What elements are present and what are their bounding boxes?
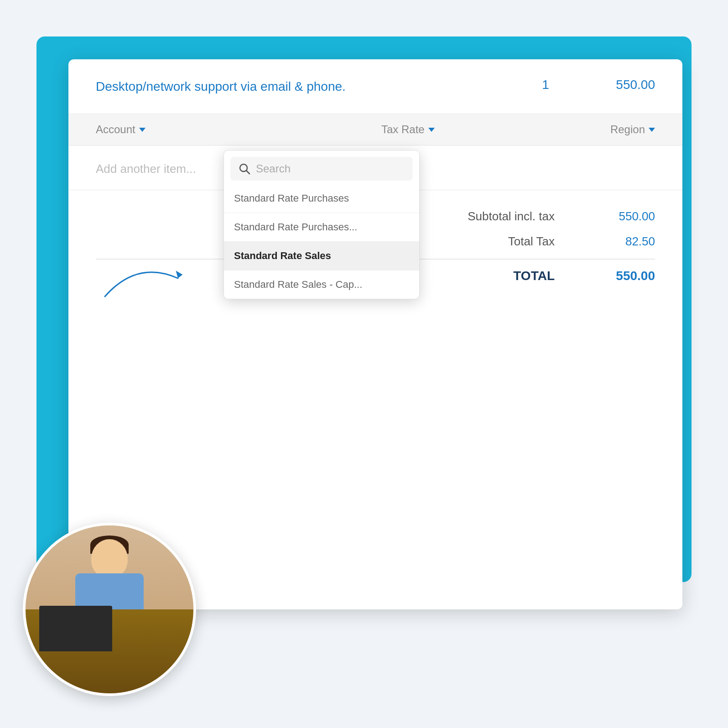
person-head xyxy=(91,539,128,578)
total-value: 550.00 xyxy=(573,269,655,283)
item-quantity: 1 xyxy=(518,78,573,92)
add-item-row: Add another item... Search Standard Rate… xyxy=(68,146,682,190)
table-header: Account Tax Rate Region xyxy=(68,114,682,146)
person-avatar xyxy=(23,523,196,696)
search-box[interactable]: Search xyxy=(230,157,413,181)
svg-marker-2 xyxy=(173,271,183,280)
tax-value: 82.50 xyxy=(573,234,655,249)
col-region: Region xyxy=(527,123,655,136)
item-description: Desktop/network support via email & phon… xyxy=(96,78,518,95)
dropdown-item-3[interactable]: Standard Rate Sales - Cap... xyxy=(224,270,419,299)
taxrate-dropdown-arrow[interactable] xyxy=(428,128,435,132)
account-header-label: Account xyxy=(96,123,135,136)
taxrate-header-label: Tax Rate xyxy=(381,123,425,136)
item-amount: 550.00 xyxy=(573,78,655,92)
search-input[interactable]: Search xyxy=(256,162,405,175)
col-taxrate: Tax Rate xyxy=(381,123,527,136)
tax-rate-dropdown: Search Standard Rate Purchases Standard … xyxy=(224,150,420,299)
account-dropdown-arrow[interactable] xyxy=(139,128,146,132)
arrow-indicator xyxy=(100,251,192,306)
laptop-table xyxy=(26,609,193,693)
search-icon xyxy=(239,163,250,175)
laptop-screen xyxy=(39,606,112,651)
region-header-label: Region xyxy=(610,123,645,136)
subtotal-value: 550.00 xyxy=(573,209,655,224)
col-account: Account xyxy=(96,123,381,136)
dropdown-item-0[interactable]: Standard Rate Purchases xyxy=(224,184,419,213)
region-dropdown-arrow[interactable] xyxy=(649,128,655,132)
dropdown-item-2[interactable]: Standard Rate Sales xyxy=(224,242,419,270)
dropdown-item-1[interactable]: Standard Rate Purchases... xyxy=(224,213,419,242)
item-row: Desktop/network support via email & phon… xyxy=(68,59,682,114)
svg-line-1 xyxy=(246,171,250,174)
